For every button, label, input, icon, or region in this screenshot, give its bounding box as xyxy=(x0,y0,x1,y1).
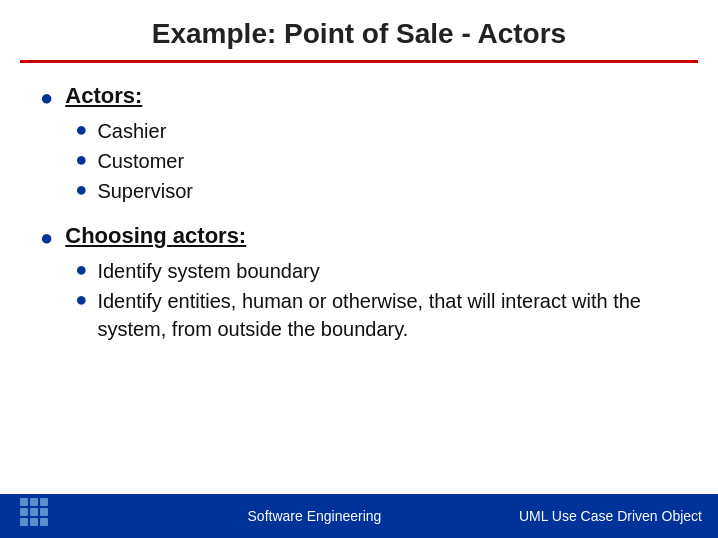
customer-label: Customer xyxy=(97,147,184,175)
list-item: ● Identify system boundary xyxy=(75,257,678,285)
list-item: ● Customer xyxy=(75,147,193,175)
choosing-heading: Choosing actors: xyxy=(65,223,678,249)
svg-rect-3 xyxy=(40,498,48,506)
list-item: ● Identify entities, human or otherwise,… xyxy=(75,287,678,343)
identify-system-label: Identify system boundary xyxy=(97,257,319,285)
svg-rect-5 xyxy=(30,508,38,516)
choosing-dot-2: ● xyxy=(75,288,87,311)
actors-content: Actors: ● Cashier ● Customer ● Superviso… xyxy=(65,83,193,205)
svg-rect-6 xyxy=(40,508,48,516)
sub-bullet-dot-1: ● xyxy=(75,118,87,141)
actors-heading: Actors: xyxy=(65,83,193,109)
cashier-label: Cashier xyxy=(97,117,166,145)
actors-list: ● Cashier ● Customer ● Supervisor xyxy=(65,117,193,205)
choosing-section: ● Choosing actors: ● Identify system bou… xyxy=(40,223,678,343)
actors-bullet: ● xyxy=(40,85,53,111)
identify-entities-label: Identify entities, human or otherwise, t… xyxy=(97,287,678,343)
list-item: ● Cashier xyxy=(75,117,193,145)
svg-rect-4 xyxy=(20,508,28,516)
footer-right-text: UML Use Case Driven Object xyxy=(519,508,702,524)
supervisor-label: Supervisor xyxy=(97,177,193,205)
sub-bullet-dot-3: ● xyxy=(75,178,87,201)
choosing-content: Choosing actors: ● Identify system bound… xyxy=(65,223,678,343)
slide-title: Example: Point of Sale - Actors xyxy=(30,18,688,50)
slide-content: ● Actors: ● Cashier ● Customer ● Supervi… xyxy=(0,63,718,494)
slide: Example: Point of Sale - Actors ● Actors… xyxy=(0,0,718,538)
svg-rect-7 xyxy=(20,518,28,526)
title-bar: Example: Point of Sale - Actors xyxy=(0,0,718,60)
choosing-dot-1: ● xyxy=(75,258,87,281)
sub-bullet-dot-2: ● xyxy=(75,148,87,171)
footer-left-text: Software Engineering xyxy=(248,508,382,524)
choosing-bullet: ● xyxy=(40,225,53,251)
choosing-list: ● Identify system boundary ● Identify en… xyxy=(65,257,678,343)
svg-rect-2 xyxy=(30,498,38,506)
footer-logo-icon xyxy=(16,494,60,538)
svg-rect-8 xyxy=(30,518,38,526)
svg-rect-9 xyxy=(40,518,48,526)
svg-rect-1 xyxy=(20,498,28,506)
actors-section: ● Actors: ● Cashier ● Customer ● Supervi… xyxy=(40,83,678,205)
list-item: ● Supervisor xyxy=(75,177,193,205)
footer: Software Engineering UML Use Case Driven… xyxy=(0,494,718,538)
